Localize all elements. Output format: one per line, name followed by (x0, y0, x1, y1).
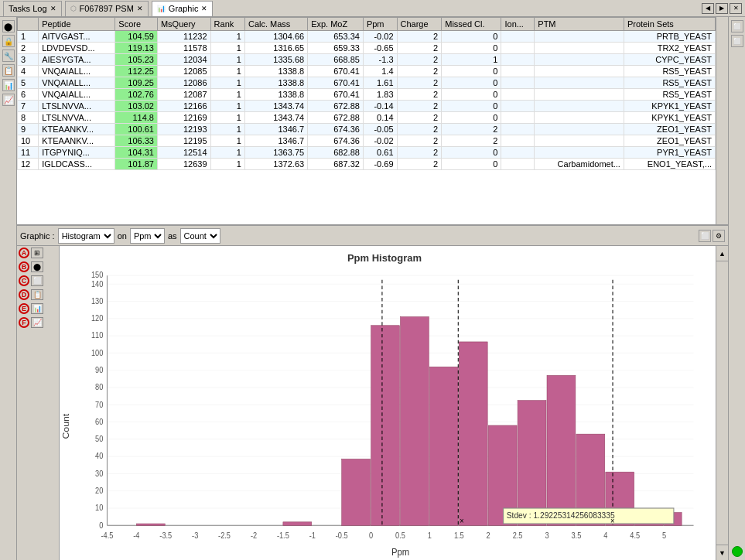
table-row[interactable]: 1AITVGAST...104.591123211304.66653.34-0.… (18, 31, 716, 43)
sidebar-icon-4[interactable]: 📋 (2, 64, 15, 77)
table-row[interactable]: 7LTSLNVVA...103.021216611343.74672.88-0.… (18, 101, 716, 112)
sidebar-icon-3[interactable]: 🔧 (2, 50, 15, 62)
svg-text:3: 3 (545, 531, 548, 540)
sidebar-icon-1[interactable]: ⬤ (2, 20, 15, 32)
graphic-type-select[interactable]: Histogram (58, 228, 114, 244)
minimize-button[interactable]: ◀ (702, 3, 714, 14)
svg-text:0: 0 (99, 521, 103, 529)
tab-tasks-log-close[interactable]: ✕ (50, 5, 56, 12)
svg-text:-2.5: -2.5 (218, 531, 231, 540)
graphic-body: A ⊞ B ⬤ C ⬜ D 📋 (17, 246, 728, 560)
bar-1.5 (518, 401, 546, 526)
col-ion[interactable]: Ion... (501, 18, 535, 31)
left-labels: A ⊞ B ⬤ C ⬜ D 📋 (17, 246, 60, 560)
sidebar-icon-5[interactable]: 📊 (2, 79, 15, 91)
settings-icon[interactable]: ⚙ (713, 230, 725, 242)
col-rank[interactable]: Rank (210, 18, 244, 31)
tab-tasks-log[interactable]: Tasks Log ✕ (3, 1, 62, 16)
table-scrollbar[interactable] (716, 17, 728, 224)
col-expmoz[interactable]: Exp. MoZ (308, 18, 364, 31)
label-d-icon[interactable]: 📋 (31, 289, 43, 300)
table-row[interactable]: 11ITGPYNIQ...104.311251411363.75682.880.… (18, 147, 716, 159)
svg-text:60: 60 (95, 418, 103, 426)
col-score[interactable]: Score (115, 18, 158, 31)
svg-text:50: 50 (95, 435, 103, 443)
table-row[interactable]: 5VNQAIALL...109.251208611338.8670.411.61… (18, 77, 716, 89)
col-proteinsets[interactable]: Protein Sets (624, 18, 715, 31)
svg-text:-1.5: -1.5 (277, 531, 289, 540)
col-ppm[interactable]: Ppm (363, 18, 397, 31)
main-container: ⬤ 🔒 🔧 📋 📊 📈 Peptide Score MsQuery Rank (0, 17, 745, 560)
label-e-icon[interactable]: 📊 (31, 303, 43, 314)
label-a-item: A ⊞ (19, 248, 43, 258)
export-icon[interactable]: ⬜ (699, 230, 711, 242)
table-row[interactable]: 12IGLDCASS...101.871263911372.63687.32-0… (18, 159, 716, 170)
col-calcmass[interactable]: Calc. Mass (244, 18, 307, 31)
graphic-field-select[interactable]: Ppm (130, 228, 165, 244)
col-peptide[interactable]: Peptide (39, 18, 115, 31)
table-row[interactable]: 9KTEAANKV...100.611219311346.7674.36-0.0… (18, 124, 716, 135)
col-charge[interactable]: Charge (397, 18, 442, 31)
col-missed[interactable]: Missed Cl. (442, 18, 501, 31)
graphic-panel: Graphic : Histogram on Ppm as Count ⬜ ⚙ (17, 226, 728, 560)
tab-psm[interactable]: ⬡ F067897 PSM ✕ (65, 1, 149, 16)
green-indicator[interactable] (732, 546, 743, 557)
tab-graphic[interactable]: 📊 Graphic ✕ (152, 1, 214, 16)
svg-text:100: 100 (91, 348, 103, 357)
label-b-icon[interactable]: ⬤ (31, 261, 43, 272)
svg-text:20: 20 (95, 487, 103, 495)
psm-icon: ⬡ (70, 5, 77, 12)
title-bar: Tasks Log ✕ ⬡ F067897 PSM ✕ 📊 Graphic ✕ … (0, 0, 745, 17)
svg-text:10: 10 (95, 504, 103, 512)
right-sidebar: ⬜ ⬜ (728, 17, 745, 560)
svg-text:40: 40 (95, 452, 103, 460)
content-area: Peptide Score MsQuery Rank Calc. Mass Ex… (17, 17, 728, 560)
tab-psm-close[interactable]: ✕ (137, 5, 143, 12)
tab-graphic-close[interactable]: ✕ (201, 5, 207, 12)
window-controls: ◀ ▶ ✕ (702, 3, 742, 14)
svg-text:140: 140 (91, 279, 103, 288)
svg-text:90: 90 (95, 366, 103, 374)
tab-tasks-log-label: Tasks Log (9, 4, 47, 13)
table-row[interactable]: 4VNQAIALL...112.251208511338.8670.411.42… (18, 66, 716, 77)
chart-container: Ppm Histogram Count 0 10 20 (60, 246, 716, 560)
on-label: on (118, 231, 127, 241)
svg-text:5: 5 (662, 531, 666, 540)
table-row[interactable]: 3AIESYGTA...105.231203411335.68668.85-1.… (18, 54, 716, 66)
graphic-toolbar: Graphic : Histogram on Ppm as Count ⬜ ⚙ (17, 226, 728, 246)
col-msquery[interactable]: MsQuery (157, 18, 210, 31)
right-scroll[interactable]: ▲ ▼ (716, 246, 728, 560)
table-wrapper[interactable]: Peptide Score MsQuery Rank Calc. Mass Ex… (17, 17, 716, 224)
close-button[interactable]: ✕ (730, 3, 742, 14)
scroll-down-btn[interactable]: ▼ (716, 545, 728, 560)
label-c-icon[interactable]: ⬜ (31, 275, 43, 286)
scroll-track[interactable] (716, 261, 728, 545)
svg-text:-4: -4 (133, 531, 140, 540)
table-area: Peptide Score MsQuery Rank Calc. Mass Ex… (17, 17, 728, 226)
sidebar-icon-6[interactable]: 📈 (2, 94, 15, 106)
tab-graphic-label: Graphic (169, 4, 199, 13)
restore-button[interactable]: ▶ (716, 3, 728, 14)
bar--0.5 (400, 317, 429, 526)
right-icon-1[interactable]: ⬜ (731, 20, 743, 32)
label-f-icon[interactable]: 📈 (31, 317, 43, 328)
label-a-icon[interactable]: ⊞ (31, 248, 43, 258)
svg-text:2: 2 (487, 531, 490, 540)
col-ptm[interactable]: PTM (535, 18, 624, 31)
svg-text:150: 150 (91, 271, 103, 279)
bar--4.5 (136, 524, 165, 525)
sidebar: ⬤ 🔒 🔧 📋 📊 📈 (0, 17, 17, 560)
table-row[interactable]: 2LDVDEVSD...119.131157811316.65659.33-0.… (18, 43, 716, 54)
table-row[interactable]: 6VNQAIALL...102.761208711338.8670.411.83… (18, 89, 716, 101)
svg-text:-4.5: -4.5 (101, 531, 114, 540)
svg-text:0: 0 (369, 531, 373, 540)
svg-text:70: 70 (95, 400, 103, 408)
label-d-circle: D (19, 289, 29, 300)
graphic-count-select[interactable]: Count (180, 228, 220, 244)
right-icon-2[interactable]: ⬜ (731, 35, 743, 47)
table-row[interactable]: 10KTEAANKV...106.331219511346.7674.36-0.… (18, 135, 716, 147)
scroll-up-btn[interactable]: ▲ (716, 246, 728, 261)
table-row[interactable]: 8LTSLNVVA...114.81216911343.74672.880.14… (18, 112, 716, 124)
bar-0 (429, 367, 458, 525)
sidebar-icon-2[interactable]: 🔒 (2, 35, 15, 47)
